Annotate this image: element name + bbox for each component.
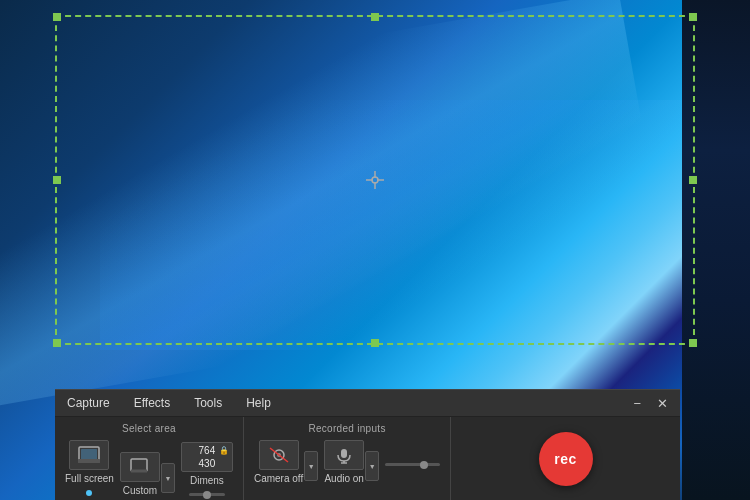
camera-label: Camera off [254,473,303,484]
dimensions-button[interactable]: 764 430 🔒 Dimens [181,442,233,496]
custom-button[interactable]: Custom [120,452,160,496]
custom-button-group: Custom [120,452,175,496]
audio-dropdown-arrow[interactable] [365,451,379,484]
custom-arrow-box [161,463,175,493]
dimensions-height: 430 [199,458,216,469]
fullscreen-button[interactable]: Full screen [65,440,114,496]
custom-dropdown-arrow[interactable] [161,463,175,496]
fullscreen-label: Full screen [65,473,114,484]
select-area-title: Select area [122,423,176,434]
volume-thumb[interactable] [420,461,428,469]
svg-rect-13 [341,449,347,458]
rec-section: rec [451,417,680,500]
dimensions-width: 764 [199,445,216,456]
menu-help[interactable]: Help [242,394,275,412]
dimensions-box[interactable]: 764 430 🔒 [181,442,233,472]
camera-button[interactable]: Camera off [254,440,303,484]
custom-label: Custom [123,485,157,496]
minimize-button[interactable]: − [629,396,645,411]
dimensions-slider[interactable] [189,493,225,496]
recorded-inputs-section: Recorded inputs Camera off [244,417,451,500]
menu-capture[interactable]: Capture [63,394,114,412]
svg-rect-7 [78,459,100,463]
select-area-section: Select area Full screen [55,417,244,500]
audio-arrow-box [365,451,379,481]
audio-label: Audio on [324,473,363,484]
audio-button[interactable]: Audio on [324,440,364,484]
record-button[interactable]: rec [539,432,593,486]
camera-button-group: Camera off [254,440,318,484]
audio-icon-box [324,440,364,470]
menu-effects[interactable]: Effects [130,394,174,412]
lock-icon: 🔒 [219,446,229,455]
audio-button-group: Audio on [324,440,379,484]
fullscreen-active-dot [86,490,92,496]
toolbar-panel: Capture Effects Tools Help − ✕ Select ar… [55,389,680,500]
menubar: Capture Effects Tools Help − ✕ [55,390,680,417]
fullscreen-icon-box [69,440,109,470]
volume-slider[interactable] [385,463,440,466]
controls-bar: Select area Full screen [55,417,680,500]
menu-tools[interactable]: Tools [190,394,226,412]
custom-icon-box [120,452,160,482]
svg-rect-6 [81,449,97,460]
recorded-inputs-title: Recorded inputs [308,423,385,434]
camera-arrow-box [304,451,318,481]
dimensions-label: Dimens [190,475,224,486]
close-button[interactable]: ✕ [653,396,672,411]
svg-rect-8 [131,459,147,471]
camera-icon-box [259,440,299,470]
camera-dropdown-arrow[interactable] [304,451,318,484]
